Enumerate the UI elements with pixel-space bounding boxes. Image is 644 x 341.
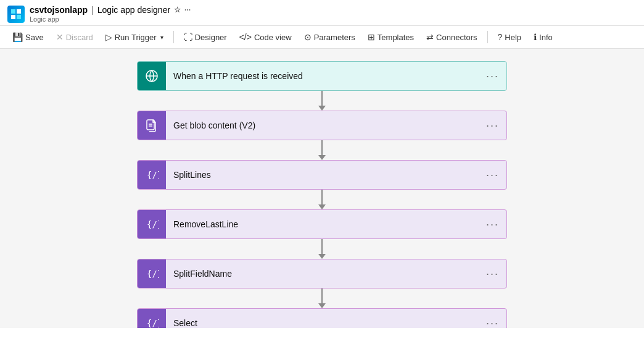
save-icon: 💾 [12, 32, 23, 42]
step-label: SplitLines [166, 170, 479, 180]
discard-button[interactable]: ✕ Discard [51, 30, 98, 44]
arrow-line [321, 140, 323, 155]
save-button[interactable]: 💾 Save [7, 30, 49, 44]
designer-label: Logic app designer [97, 5, 170, 15]
app-name-text: csvtojsonlapp [30, 5, 88, 15]
step-label: Select [166, 318, 479, 328]
step-icon-box: {/} [138, 210, 166, 238]
designer-button[interactable]: ⛶ Designer [179, 30, 232, 44]
code-icon: </> [239, 32, 252, 42]
arrow-head [318, 254, 326, 259]
parameters-icon: ⊙ [304, 32, 312, 42]
flow-step-http[interactable]: When a HTTP request is received ··· [137, 61, 507, 91]
step-menu-button[interactable]: ··· [479, 119, 506, 132]
info-button[interactable]: ℹ Info [529, 30, 558, 44]
run-chevron-icon: ▾ [160, 34, 163, 41]
step-menu-button[interactable]: ··· [479, 218, 506, 231]
flow-arrow [318, 91, 326, 111]
title-text: csvtojsonlapp | Logic app designer ☆ ···… [30, 5, 191, 23]
svg-rect-2 [11, 15, 15, 19]
flow-arrow [318, 140, 326, 160]
flow-step-blob[interactable]: Get blob content (V2) ··· [137, 111, 507, 140]
designer-label: Designer [195, 33, 227, 42]
step-menu-button[interactable]: ··· [479, 267, 506, 280]
step-menu-button[interactable]: ··· [479, 70, 506, 83]
step-icon-box [138, 62, 166, 90]
run-trigger-label: Run Trigger [115, 33, 157, 42]
step-icon-box: {/} [138, 259, 166, 288]
svg-text:{/}: {/} [147, 219, 159, 229]
step-label: RemoveLastLine [166, 219, 479, 229]
sub-label: Logic app [30, 15, 191, 23]
arrow-head [318, 303, 326, 308]
parameters-label: Parameters [314, 33, 355, 42]
step-icon-box: {/} [138, 161, 166, 189]
step-menu-button[interactable]: ··· [479, 169, 506, 182]
flow-arrow [318, 239, 326, 259]
svg-rect-3 [17, 15, 21, 19]
info-icon: ℹ [534, 32, 537, 42]
save-label: Save [25, 33, 44, 42]
svg-text:{/}: {/} [147, 170, 159, 180]
templates-icon: ⊞ [368, 32, 375, 42]
step-icon-box: {/} [138, 309, 166, 328]
app-logo [7, 6, 25, 23]
step-menu-button[interactable]: ··· [479, 317, 506, 329]
templates-label: Templates [378, 33, 414, 42]
connectors-label: Connectors [436, 33, 477, 42]
flow-container: When a HTTP request is received ··· Get … [131, 61, 513, 316]
more-options-icon[interactable]: ··· [184, 6, 191, 14]
connectors-button[interactable]: ⇄ Connectors [421, 30, 482, 44]
title-separator: | [91, 5, 94, 15]
templates-button[interactable]: ⊞ Templates [363, 30, 419, 44]
svg-text:{/}: {/} [147, 318, 159, 328]
toolbar-sep-1 [173, 31, 174, 43]
toolbar-sep-2 [487, 31, 488, 43]
help-label: Help [505, 33, 521, 42]
svg-text:{/}: {/} [147, 269, 159, 279]
app-name: csvtojsonlapp | Logic app designer ☆ ··· [30, 5, 191, 15]
flow-step-splitlines[interactable]: {/} SplitLines ··· [137, 160, 507, 190]
designer-canvas: When a HTTP request is received ··· Get … [0, 49, 644, 328]
help-button[interactable]: ? Help [493, 30, 527, 44]
arrow-line [321, 288, 323, 303]
favorite-icon[interactable]: ☆ [174, 6, 181, 14]
discard-label: Discard [66, 33, 93, 42]
help-icon: ? [498, 32, 503, 42]
arrow-head [318, 106, 326, 111]
run-icon: ▷ [105, 32, 112, 42]
step-icon-box [138, 111, 166, 140]
arrow-line [321, 239, 323, 254]
parameters-button[interactable]: ⊙ Parameters [299, 30, 360, 44]
step-label: SplitFieldName [166, 269, 479, 279]
arrow-head [318, 155, 326, 160]
info-label: Info [539, 33, 553, 42]
code-view-label: Code view [254, 33, 292, 42]
arrow-line [321, 190, 323, 204]
run-trigger-button[interactable]: ▷ Run Trigger ▾ [101, 30, 168, 44]
flow-step-select[interactable]: {/} Select ··· [137, 308, 507, 328]
title-bar: csvtojsonlapp | Logic app designer ☆ ···… [0, 0, 644, 26]
connectors-icon: ⇄ [426, 32, 434, 42]
arrow-head [318, 204, 326, 209]
flow-arrow [318, 288, 326, 308]
step-label: When a HTTP request is received [166, 71, 479, 81]
flow-arrow [318, 190, 326, 209]
svg-rect-0 [11, 9, 15, 14]
toolbar: 💾 Save ✕ Discard ▷ Run Trigger ▾ ⛶ Desig… [0, 26, 644, 49]
flow-step-splitfieldname[interactable]: {/} SplitFieldName ··· [137, 259, 507, 288]
code-view-button[interactable]: </> Code view [234, 30, 297, 44]
svg-rect-1 [17, 9, 21, 14]
flow-step-removelastline[interactable]: {/} RemoveLastLine ··· [137, 209, 507, 239]
step-label: Get blob content (V2) [166, 120, 479, 130]
arrow-line [321, 91, 323, 106]
designer-icon: ⛶ [184, 32, 192, 42]
discard-icon: ✕ [56, 32, 64, 42]
